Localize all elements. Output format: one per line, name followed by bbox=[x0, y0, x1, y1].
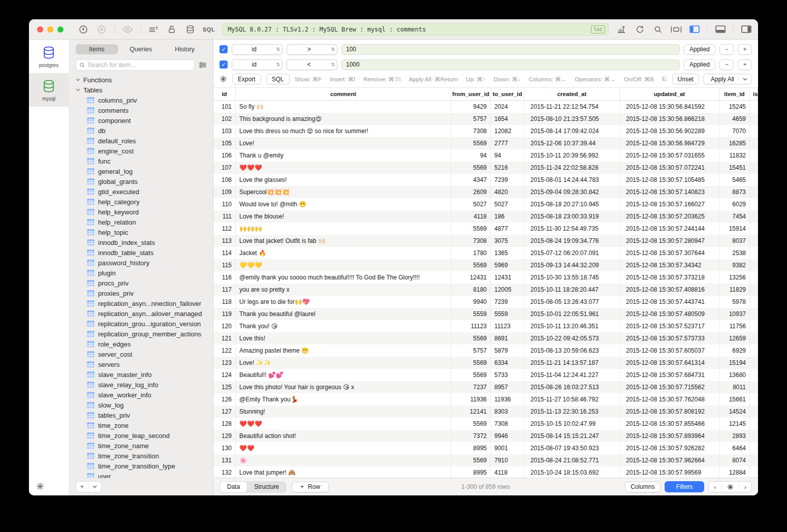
cell-is_[interactable] bbox=[750, 210, 758, 223]
cell-comment[interactable]: @emily thank you soooo much beautiful!!!… bbox=[236, 271, 451, 284]
table-item-innodb_index_stats[interactable]: innodb_index_stats bbox=[76, 237, 213, 247]
filter-enabled-checkbox[interactable]: ✓ bbox=[219, 45, 228, 53]
cell-to_user_id[interactable]: 5879 bbox=[491, 345, 524, 357]
cell-to_user_id[interactable]: 5027 bbox=[491, 198, 524, 210]
cell-item_id[interactable]: 15245 bbox=[719, 101, 750, 113]
cell-created_at[interactable]: 2015-10-22 09:42:05.573 bbox=[524, 332, 620, 345]
cell-comment[interactable]: you are so pretty x bbox=[236, 284, 451, 296]
cell-item_id[interactable]: 12145 bbox=[719, 418, 750, 430]
connection-postgres[interactable]: postgres bbox=[29, 40, 69, 73]
table-row[interactable]: 109Supercool💥💥💥260948202015-09-04 09:28:… bbox=[213, 186, 758, 198]
table-item-procs_priv[interactable]: procs_priv bbox=[76, 278, 213, 288]
cell-to_user_id[interactable]: 4820 bbox=[491, 186, 524, 198]
cell-created_at[interactable]: 2015-11-30 12:54:49.735 bbox=[524, 223, 620, 235]
cell-to_user_id[interactable]: 2024 bbox=[491, 101, 524, 113]
cell-updated_at[interactable]: 2015-12-08 15:30:56.902289 bbox=[620, 125, 719, 137]
tab-history[interactable]: History bbox=[164, 44, 206, 54]
table-row[interactable]: 124Beautiful!! 💕💕556957332015-11-04 12:2… bbox=[213, 369, 758, 381]
cell-created_at[interactable]: 2015-10-30 13:55:18.745 bbox=[524, 271, 620, 284]
item-search-field[interactable] bbox=[76, 59, 195, 71]
table-item-help_category[interactable]: help_category bbox=[76, 197, 213, 207]
table-item-replication_group_member_actions[interactable]: replication_group_member_actions bbox=[76, 329, 213, 339]
table-item-columns_priv[interactable]: columns_priv bbox=[76, 95, 213, 105]
table-item-server_cost[interactable]: server_cost bbox=[76, 349, 213, 359]
table-row[interactable]: 118Ur legs are to die for🙌💖994072392015-… bbox=[213, 296, 758, 308]
filter-applied-button[interactable]: Applied bbox=[684, 59, 715, 70]
cell-to_user_id[interactable]: 12005 bbox=[491, 284, 524, 296]
cell-id[interactable]: 131 bbox=[213, 454, 236, 466]
column-header-to_user_id[interactable]: to_user_id bbox=[491, 88, 524, 100]
filter-column-select[interactable]: id ⇅ bbox=[232, 59, 282, 70]
cell-updated_at[interactable]: 2015-12-08 15:30:57.808192 bbox=[620, 405, 719, 418]
table-item-help_relation[interactable]: help_relation bbox=[76, 217, 213, 227]
cell-id[interactable]: 123 bbox=[213, 357, 236, 369]
cell-item_id[interactable]: 6029 bbox=[719, 198, 750, 210]
cell-id[interactable]: 128 bbox=[213, 418, 236, 430]
table-item-gtid_executed[interactable]: gtid_executed bbox=[76, 186, 213, 197]
cell-item_id[interactable]: 7070 bbox=[719, 125, 750, 137]
add-filter-button[interactable]: + bbox=[738, 44, 752, 55]
cell-from_user_id[interactable]: 5569 bbox=[451, 137, 491, 149]
table-row[interactable]: 126@Emily Thank you💃11936119362015-11-27… bbox=[213, 393, 758, 405]
cell-item_id[interactable]: 15194 bbox=[719, 357, 750, 369]
cell-created_at[interactable]: 2015-08-05 13:26:43.077 bbox=[524, 296, 620, 308]
cell-item_id[interactable]: 8011 bbox=[719, 381, 750, 393]
table-item-replication_grou_iguration_version[interactable]: replication_grou...iguration_version bbox=[76, 319, 213, 329]
cell-is_[interactable] bbox=[750, 393, 758, 405]
cell-updated_at[interactable]: 2015-12-08 15:30:57.072241 bbox=[620, 162, 719, 174]
cell-created_at[interactable]: 2015-10-11 13:20:46.351 bbox=[524, 320, 620, 332]
cell-created_at[interactable]: 2015-08-01 14:24:44.783 bbox=[524, 174, 620, 186]
cell-item_id[interactable]: 16285 bbox=[719, 137, 750, 149]
minimize-window-button[interactable] bbox=[47, 26, 53, 33]
cell-item_id[interactable]: 10937 bbox=[719, 308, 750, 320]
cell-item_id[interactable]: 5978 bbox=[719, 296, 750, 308]
add-filter-button[interactable]: + bbox=[738, 59, 752, 70]
database-icon[interactable] bbox=[184, 24, 196, 35]
unset-button[interactable]: Unset bbox=[672, 74, 699, 84]
cell-comment[interactable]: ❤️❤️❤️ bbox=[236, 418, 451, 430]
cell-created_at[interactable]: 2015-10-24 18:15:03.692 bbox=[524, 466, 620, 478]
cell-from_user_id[interactable]: 12141 bbox=[451, 405, 491, 418]
page-settings-gear-icon[interactable] bbox=[722, 484, 739, 490]
cell-updated_at[interactable]: 2015-12-08 15:30:57.373218 bbox=[620, 271, 719, 284]
cell-updated_at[interactable]: 2015-12-08 15:30:57.523717 bbox=[620, 320, 719, 332]
cell-id[interactable]: 129 bbox=[213, 430, 236, 442]
cell-comment[interactable]: Love the glasses! bbox=[236, 174, 451, 186]
plus-icon[interactable]: + bbox=[76, 483, 88, 490]
table-row[interactable]: 127Stunning!1214183032015-11-13 22:30:16… bbox=[213, 405, 758, 418]
cell-to_user_id[interactable]: 5559 bbox=[491, 308, 524, 320]
cell-item_id[interactable]: 7454 bbox=[719, 210, 750, 223]
table-item-replication_asyn_ailover_managed[interactable]: replication_asyn...ailover_managed bbox=[76, 308, 213, 319]
cell-from_user_id[interactable]: 8180 bbox=[451, 284, 491, 296]
table-item-db[interactable]: db bbox=[76, 126, 213, 136]
table-item-global_grants[interactable]: global_grants bbox=[76, 176, 213, 186]
cell-id[interactable]: 107 bbox=[213, 162, 236, 174]
cell-id[interactable]: 108 bbox=[213, 174, 236, 186]
cell-from_user_id[interactable]: 5569 bbox=[451, 418, 491, 430]
cell-id[interactable]: 120 bbox=[213, 320, 236, 332]
cell-is_[interactable] bbox=[750, 113, 758, 125]
table-item-func[interactable]: func bbox=[76, 156, 213, 166]
cell-id[interactable]: 126 bbox=[213, 393, 236, 405]
section-tables[interactable]: Tables bbox=[76, 85, 213, 95]
cell-id[interactable]: 101 bbox=[213, 101, 236, 113]
table-item-slave_relay_log_info[interactable]: slave_relay_log_info bbox=[76, 380, 213, 390]
table-row[interactable]: 130❤️❤️899590012015-08-07 19:43:50.92320… bbox=[213, 442, 758, 454]
sql-button[interactable]: SQL bbox=[266, 74, 290, 84]
cell-comment[interactable]: Stunning! bbox=[236, 405, 451, 418]
cell-from_user_id[interactable]: 11123 bbox=[451, 320, 491, 332]
cell-updated_at[interactable]: 2015-12-08 15:30:57.408816 bbox=[620, 284, 719, 296]
cell-is_[interactable] bbox=[750, 271, 758, 284]
settings-gear-icon[interactable] bbox=[36, 482, 44, 490]
table-item-component[interactable]: component bbox=[76, 115, 213, 126]
cell-comment[interactable]: @Emily Thank you💃 bbox=[236, 393, 451, 405]
tab-queries[interactable]: Queries bbox=[120, 44, 162, 54]
cell-updated_at[interactable]: 2015-12-08 15:30:57.105485 bbox=[620, 174, 719, 186]
cell-is_[interactable] bbox=[750, 357, 758, 369]
cell-item_id[interactable]: 2538 bbox=[719, 247, 750, 259]
section-functions[interactable]: Functions bbox=[76, 75, 213, 85]
cell-updated_at[interactable]: 2015-12-08 15:30:57.893964 bbox=[620, 430, 719, 442]
cell-created_at[interactable]: 2015-07-12 06:20:07.091 bbox=[524, 247, 620, 259]
cell-comment[interactable]: Amazing pastel theme 😬 bbox=[236, 345, 451, 357]
column-header-created_at[interactable]: created_at bbox=[524, 88, 620, 100]
